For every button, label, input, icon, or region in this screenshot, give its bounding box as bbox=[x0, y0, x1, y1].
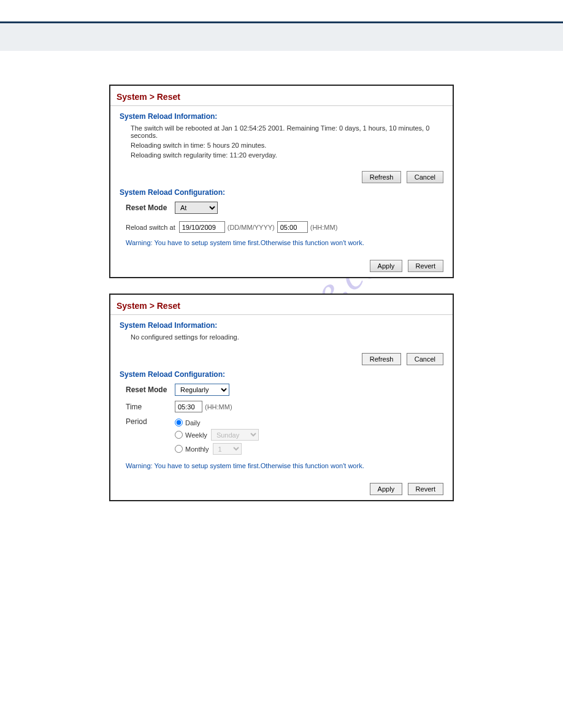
reset-mode-row: Reset Mode At bbox=[120, 199, 443, 216]
weekly-label: Weekly bbox=[185, 431, 207, 439]
cancel-button[interactable]: Cancel bbox=[407, 353, 443, 365]
time-hint: (HH:MM) bbox=[205, 403, 232, 411]
daily-label: Daily bbox=[185, 419, 200, 427]
reload-info-title: System Reload Information: bbox=[120, 112, 443, 121]
apply-button[interactable]: Apply bbox=[370, 483, 403, 495]
monthly-day-select: 1 bbox=[213, 443, 242, 455]
reload-config-title: System Reload Configuration: bbox=[120, 370, 443, 379]
info-button-row: Refresh Cancel bbox=[110, 348, 453, 370]
date-hint: (DD/MM/YYYY) bbox=[228, 224, 275, 231]
period-weekly-radio[interactable] bbox=[175, 431, 183, 439]
info-line: Reloading switch regularity time: 11:20 … bbox=[120, 150, 443, 160]
panel-reset-regularly: System > Reset System Reload Information… bbox=[109, 294, 454, 501]
reload-info-title: System Reload Information: bbox=[120, 321, 443, 330]
header-band bbox=[0, 23, 563, 51]
info-line: The switch will be rebooted at Jan 1 02:… bbox=[120, 123, 443, 140]
apply-button[interactable]: Apply bbox=[370, 260, 403, 272]
reload-switch-at-label: Reload switch at bbox=[126, 224, 175, 231]
time-hint: (HH:MM) bbox=[310, 224, 338, 231]
time-row: Time (HH:MM) bbox=[120, 398, 443, 415]
panel-reset-at: System > Reset System Reload Information… bbox=[109, 85, 454, 278]
config-button-row: Apply Revert bbox=[110, 255, 453, 277]
reload-config-title: System Reload Configuration: bbox=[120, 188, 443, 197]
time-input[interactable] bbox=[175, 401, 202, 412]
info-line: No configured settings for reloading. bbox=[120, 332, 443, 342]
reset-mode-select[interactable]: At bbox=[175, 202, 218, 214]
config-button-row: Apply Revert bbox=[110, 478, 453, 500]
weekly-day-select: Sunday bbox=[211, 429, 259, 441]
reload-at-row: Reload switch at (DD/MM/YYYY) (HH:MM) bbox=[120, 216, 443, 235]
revert-button[interactable]: Revert bbox=[408, 260, 443, 272]
cancel-button[interactable]: Cancel bbox=[407, 171, 443, 183]
panel-title: System > Reset bbox=[110, 295, 453, 314]
period-daily-radio[interactable] bbox=[175, 419, 183, 427]
period-row: Period Daily Weekly Sunday bbox=[120, 415, 443, 458]
reload-info-section: System Reload Information: No configured… bbox=[110, 315, 453, 348]
reset-mode-row: Reset Mode Regularly bbox=[120, 381, 443, 398]
monthly-label: Monthly bbox=[185, 446, 209, 453]
reset-mode-label: Reset Mode bbox=[126, 203, 175, 212]
info-line: Reloading switch in time: 5 hours 20 min… bbox=[120, 140, 443, 150]
reset-mode-select[interactable]: Regularly bbox=[175, 384, 229, 396]
refresh-button[interactable]: Refresh bbox=[362, 353, 402, 365]
warning-text: Warning: You have to setup system time f… bbox=[120, 235, 443, 249]
reset-mode-label: Reset Mode bbox=[126, 385, 175, 394]
panel-title: System > Reset bbox=[110, 86, 453, 105]
time-label: Time bbox=[126, 403, 175, 411]
reload-info-section: System Reload Information: The switch wi… bbox=[110, 106, 453, 166]
date-input[interactable] bbox=[179, 221, 225, 233]
warning-text: Warning: You have to setup system time f… bbox=[120, 458, 443, 472]
period-label: Period bbox=[126, 417, 175, 426]
revert-button[interactable]: Revert bbox=[408, 483, 443, 495]
info-button-row: Refresh Cancel bbox=[110, 166, 453, 188]
period-monthly-radio[interactable] bbox=[175, 445, 183, 453]
time-input[interactable] bbox=[277, 221, 308, 233]
reload-config-section: System Reload Configuration: Reset Mode … bbox=[110, 188, 453, 255]
reload-config-section: System Reload Configuration: Reset Mode … bbox=[110, 370, 453, 478]
refresh-button[interactable]: Refresh bbox=[362, 171, 402, 183]
